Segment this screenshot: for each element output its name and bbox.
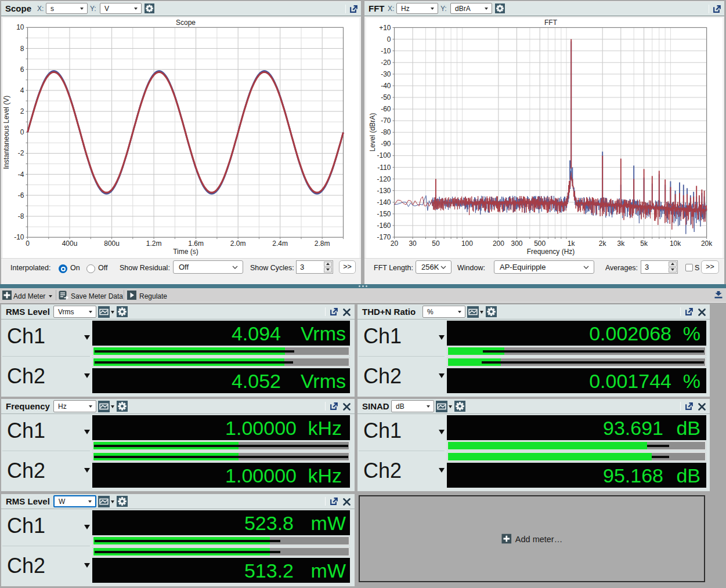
svg-text:2.4m: 2.4m: [272, 239, 288, 248]
svg-text:-160: -160: [377, 222, 391, 230]
svg-text:-140: -140: [377, 198, 391, 206]
svg-text:-130: -130: [377, 187, 391, 195]
svg-text:-2: -2: [18, 149, 24, 157]
svg-text:50: 50: [432, 239, 440, 248]
svg-text:6: 6: [20, 66, 24, 74]
svg-text:-120: -120: [377, 175, 391, 183]
svg-text:1.2m: 1.2m: [146, 239, 162, 248]
svg-text:-20: -20: [381, 59, 391, 67]
svg-text:300: 300: [511, 239, 522, 248]
svg-text:-70: -70: [381, 117, 391, 125]
svg-text:4: 4: [20, 86, 24, 95]
svg-text:0: 0: [26, 239, 30, 248]
svg-text:0: 0: [387, 35, 391, 43]
svg-text:800u: 800u: [104, 239, 120, 248]
svg-text:-90: -90: [381, 140, 391, 148]
svg-text:2: 2: [20, 107, 24, 115]
svg-text:100: 100: [461, 239, 473, 248]
svg-text:Scope: Scope: [176, 19, 196, 27]
svg-text:1k: 1k: [568, 239, 576, 248]
svg-text:-10: -10: [381, 47, 391, 55]
svg-text:2k: 2k: [599, 239, 607, 248]
svg-text:-50: -50: [381, 93, 391, 101]
svg-text:0: 0: [20, 128, 24, 136]
svg-text:-6: -6: [18, 191, 24, 199]
svg-text:-60: -60: [381, 105, 391, 113]
svg-text:-30: -30: [381, 70, 391, 78]
svg-text:400u: 400u: [62, 239, 78, 248]
svg-text:1.6m: 1.6m: [188, 239, 204, 248]
svg-text:20: 20: [391, 239, 399, 248]
svg-text:Frequency (Hz): Frequency (Hz): [527, 248, 575, 256]
svg-text:FFT: FFT: [544, 19, 558, 27]
svg-text:Time (s): Time (s): [173, 248, 198, 256]
svg-text:-8: -8: [18, 212, 24, 220]
svg-text:Level (dBrA): Level (dBrA): [369, 113, 377, 152]
svg-text:200: 200: [493, 239, 504, 248]
svg-text:-10: -10: [14, 233, 24, 241]
svg-text:-4: -4: [18, 170, 24, 179]
svg-text:+10: +10: [379, 24, 391, 32]
svg-text:8: 8: [20, 45, 24, 53]
svg-text:-110: -110: [377, 164, 391, 172]
svg-text:3k: 3k: [617, 239, 625, 248]
svg-text:-170: -170: [377, 233, 391, 241]
svg-text:30: 30: [409, 239, 417, 248]
svg-text:10: 10: [16, 23, 24, 31]
svg-text:20k: 20k: [701, 239, 713, 248]
svg-text:500: 500: [534, 239, 546, 248]
svg-text:-80: -80: [381, 128, 391, 136]
svg-text:2.8m: 2.8m: [315, 239, 330, 248]
svg-text:10k: 10k: [670, 239, 681, 248]
svg-text:Instantaneous Level (V): Instantaneous Level (V): [2, 96, 10, 169]
svg-text:-150: -150: [377, 210, 391, 218]
svg-text:5k: 5k: [640, 239, 648, 248]
svg-text:-40: -40: [381, 82, 391, 90]
svg-text:2.0m: 2.0m: [230, 239, 246, 248]
svg-text:-100: -100: [377, 151, 391, 159]
